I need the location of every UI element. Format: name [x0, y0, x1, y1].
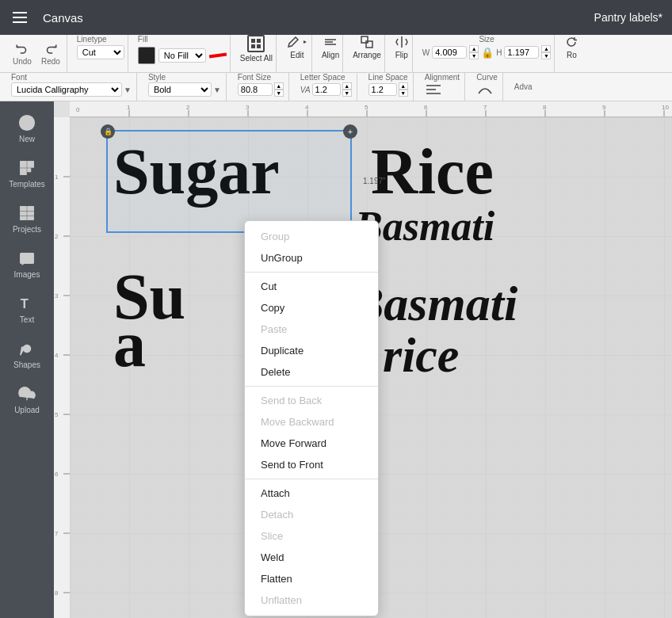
ctx-unflatten: Unflatten: [245, 589, 378, 611]
line-space-input[interactable]: [368, 83, 397, 96]
curve-label: Curve: [476, 73, 498, 82]
ctx-weld[interactable]: Weld: [245, 547, 378, 568]
size-w-up[interactable]: ▲: [469, 45, 479, 52]
font-family-select[interactable]: Lucida Calligraphy: [11, 82, 122, 97]
adva-label: Adva: [514, 82, 533, 91]
flip-group: Flip: [391, 35, 413, 72]
svg-rect-8: [361, 36, 368, 43]
sidebar-item-images[interactable]: Images: [0, 243, 54, 285]
svg-rect-20: [21, 207, 26, 211]
font-toolbar: Font Lucida Calligraphy ▼ Style Bold Reg…: [0, 73, 672, 101]
size-h-down[interactable]: ▼: [541, 52, 551, 59]
flip-button[interactable]: Flip: [395, 35, 409, 59]
arrange-label: Arrange: [353, 51, 381, 59]
ctx-paste: Paste: [245, 319, 378, 340]
canvas-text-sugar[interactable]: Sugar: [113, 135, 280, 209]
rotate-group: Ro: [561, 35, 582, 72]
font-style-group: Style Bold Regular Italic ▼: [143, 73, 227, 101]
font-size-down[interactable]: ▼: [274, 90, 284, 97]
ctx-duplicate[interactable]: Duplicate: [245, 340, 378, 361]
ctx-cut[interactable]: Cut: [245, 276, 378, 297]
letter-space-up[interactable]: ▲: [342, 82, 352, 90]
ctx-move-forward[interactable]: Move Forward: [245, 433, 378, 454]
svg-rect-1: [257, 39, 261, 43]
size-w-input[interactable]: [432, 46, 467, 59]
letter-space-prefix: VA: [300, 86, 311, 94]
svg-rect-17: [28, 162, 33, 167]
ctx-divider-1: [245, 272, 378, 273]
rotate-label: Ro: [567, 51, 577, 59]
redo-button[interactable]: Redo: [38, 40, 63, 67]
unlock-handle[interactable]: +: [343, 124, 357, 139]
ctx-slice: Slice: [245, 525, 378, 547]
font-style-select[interactable]: Bold Regular Italic: [148, 82, 212, 97]
canvas-text-rice[interactable]: Rice: [371, 135, 494, 209]
linetype-select[interactable]: Cut Draw Score: [77, 45, 124, 59]
hamburger-button[interactable]: [10, 9, 30, 26]
svg-text:7: 7: [483, 104, 487, 111]
size-h-label: H: [496, 48, 502, 57]
svg-rect-18: [21, 169, 26, 174]
app-title: Canvas: [43, 11, 582, 25]
line-space-label: Line Space: [368, 73, 408, 82]
svg-point-27: [23, 256, 25, 258]
svg-text:2: 2: [186, 104, 190, 111]
size-indicator: 1.197": [363, 177, 386, 185]
fill-swatch[interactable]: [138, 47, 155, 64]
size-h-input[interactable]: [504, 46, 539, 59]
svg-marker-4: [304, 40, 307, 44]
fill-color-swatch[interactable]: [209, 52, 227, 58]
svg-text:4: 4: [305, 104, 309, 111]
adva-group: Adva: [510, 82, 537, 91]
ctx-copy[interactable]: Copy: [245, 297, 378, 319]
svg-text:0: 0: [76, 106, 80, 113]
arrange-button[interactable]: Arrange: [353, 35, 381, 59]
letter-space-input[interactable]: [312, 83, 341, 96]
svg-text:8: 8: [543, 104, 547, 111]
sidebar-text-label: Text: [20, 315, 34, 324]
rotate-button[interactable]: Ro: [564, 35, 578, 59]
svg-rect-16: [21, 162, 26, 167]
line-space-up[interactable]: ▲: [399, 82, 408, 90]
fill-select[interactable]: No Fill Fill: [158, 48, 206, 63]
curve-button[interactable]: [476, 82, 494, 100]
svg-rect-9: [366, 41, 372, 48]
size-h-up[interactable]: ▲: [541, 45, 551, 52]
canvas-text-partial[interactable]: a: [113, 307, 146, 382]
sidebar-item-text[interactable]: T Text: [0, 288, 54, 330]
ctx-attach[interactable]: Attach: [245, 483, 378, 504]
letter-space-group: Letter Space VA ▲ ▼: [296, 73, 357, 101]
arrange-group: Arrange: [349, 35, 385, 72]
canvas-text-rice-2[interactable]: rice: [383, 327, 459, 383]
svg-text:6: 6: [55, 471, 59, 478]
font-size-up[interactable]: ▲: [274, 82, 284, 90]
sidebar-item-projects[interactable]: Projects: [0, 198, 54, 240]
style-chevron-icon: ▼: [213, 86, 221, 94]
select-all-button[interactable]: Select All: [240, 35, 273, 63]
sidebar-item-new[interactable]: New: [0, 108, 54, 150]
sidebar-item-templates[interactable]: Templates: [0, 153, 54, 195]
svg-text:3: 3: [246, 104, 250, 111]
select-all-label: Select All: [240, 54, 273, 63]
ctx-flatten[interactable]: Flatten: [245, 568, 378, 589]
ctx-detach: Detach: [245, 504, 378, 525]
ruler-left-svg: 1 2 3 4 5 6 7 8 9: [54, 117, 70, 618]
font-size-input[interactable]: [238, 83, 273, 96]
canvas-area[interactable]: 0 1 2 3 4 5 6 7 8 9 10: [54, 101, 672, 618]
sidebar-item-shapes[interactable]: Shapes: [0, 334, 54, 376]
align-button[interactable]: Align: [322, 35, 339, 59]
svg-text:6: 6: [424, 104, 428, 111]
ctx-ungroup[interactable]: UnGroup: [245, 247, 378, 269]
undo-button[interactable]: Undo: [10, 40, 35, 67]
edit-button[interactable]: Edit: [286, 35, 308, 59]
line-space-down[interactable]: ▼: [399, 90, 408, 97]
ctx-send-to-front[interactable]: Send to Front: [245, 454, 378, 475]
svg-text:T: T: [21, 296, 29, 311]
ctx-delete[interactable]: Delete: [245, 361, 378, 383]
sidebar-upload-label: Upload: [14, 406, 40, 414]
sidebar-shapes-label: Shapes: [13, 360, 40, 369]
sidebar-item-upload[interactable]: Upload: [0, 379, 54, 421]
letter-space-down[interactable]: ▼: [342, 90, 352, 97]
size-w-down[interactable]: ▼: [469, 52, 479, 59]
alignment-button[interactable]: [425, 82, 442, 100]
